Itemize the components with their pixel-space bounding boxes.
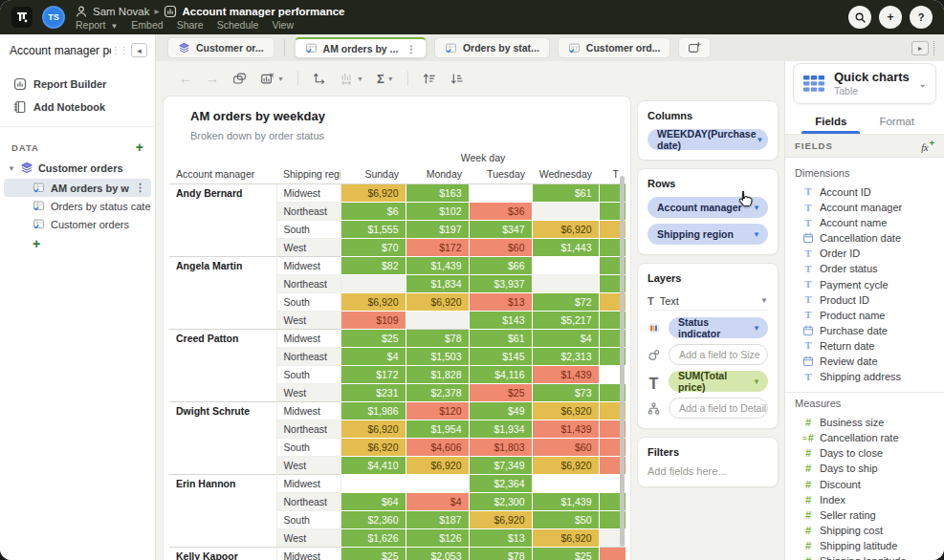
pivot-cell[interactable]: $1,503	[406, 347, 469, 365]
pivot-cell[interactable]: $120	[406, 401, 469, 420]
pivot-cell[interactable]: $143	[469, 311, 532, 329]
pivot-cell[interactable]: $145	[469, 347, 532, 365]
field-item-product-name[interactable]: TProduct name	[785, 308, 944, 323]
chart-subtitle[interactable]: Broken down by order status	[164, 123, 630, 150]
pivot-cell[interactable]: $1,828	[406, 365, 469, 383]
field-item-order-id[interactable]: TOrder ID	[785, 246, 944, 261]
column-header-sunday[interactable]: Sunday	[340, 165, 406, 183]
field-item-account-manager[interactable]: TAccount manager	[785, 200, 944, 215]
pivot-cell[interactable]: $6,920	[340, 438, 406, 456]
pivot-cell[interactable]: $6,920	[340, 183, 406, 202]
pivot-cell[interactable]: $60	[469, 238, 532, 256]
pivot-cell[interactable]: $25	[340, 329, 406, 347]
aggregate-sigma-button[interactable]: Σ▼	[377, 73, 394, 85]
pivot-cell[interactable]: $1,439	[532, 492, 599, 510]
pivot-cell[interactable]: $347	[469, 220, 532, 238]
duplicate-chart-button[interactable]	[232, 72, 247, 86]
row-header-region[interactable]: South	[276, 510, 340, 528]
pivot-cell[interactable]: $1,834	[406, 274, 469, 292]
pivot-cell[interactable]	[532, 474, 599, 492]
pivot-cell[interactable]: $36	[469, 202, 532, 220]
columns-field-pill[interactable]: WEEKDAY(Purchase date)▼	[648, 129, 768, 150]
field-item-seller-rating[interactable]: #Seller rating	[785, 507, 944, 523]
pivot-cell[interactable]: $61	[469, 329, 532, 347]
column-header-shipping-region[interactable]: Shipping region	[276, 165, 340, 183]
column-header-wednesday[interactable]: Wednesday	[532, 165, 599, 183]
swap-axes-button[interactable]	[312, 72, 326, 86]
pivot-cell[interactable]: $6,920	[532, 220, 599, 238]
pivot-cell[interactable]: $187	[406, 510, 469, 528]
pivot-cell[interactable]: $2,053	[406, 547, 469, 560]
row-header-region[interactable]: West	[276, 238, 340, 256]
tab-am-orders-by-[interactable]: AM orders by ...⋮	[295, 37, 427, 58]
tab-customer-or-[interactable]: Customer or...	[167, 37, 274, 58]
row-header-manager[interactable]: Dwight Schrute	[169, 401, 276, 474]
pivot-cell[interactable]: $13	[469, 292, 532, 311]
pivot-cell[interactable]: $60	[532, 438, 599, 456]
app-logo-icon[interactable]	[11, 7, 33, 28]
chevron-down-icon[interactable]: ▼	[357, 75, 363, 82]
pivot-cell[interactable]: $4,116	[469, 365, 532, 383]
column-header-account-manager[interactable]: Account manager	[169, 165, 276, 183]
pivot-cell[interactable]	[340, 474, 406, 492]
pivot-cell[interactable]: $3,937	[469, 274, 532, 292]
chevron-down-icon[interactable]: ▼	[753, 230, 760, 239]
pivot-cell[interactable]: $172	[406, 238, 469, 256]
row-header-region[interactable]: Northeast	[276, 492, 340, 510]
pivot-cell-clipped[interactable]	[599, 547, 626, 560]
layer-type-select[interactable]: T Text ▼	[648, 291, 768, 311]
field-item-return-date[interactable]: TReturn date	[785, 338, 944, 354]
field-item-shipping-address[interactable]: TShipping address	[785, 369, 944, 384]
field-item-shipping-longitude[interactable]: #Shipping longitude	[785, 553, 944, 560]
sort-ascending-button[interactable]	[422, 72, 436, 86]
tree-root-customer-orders[interactable]: ▼ Customer orders	[0, 158, 155, 179]
pivot-cell[interactable]: $172	[340, 365, 406, 383]
help-button[interactable]: ?	[910, 6, 933, 29]
pivot-cell[interactable]: $6,920	[406, 292, 469, 311]
filters-dropzone[interactable]: Add fields here...	[648, 465, 768, 477]
row-header-manager[interactable]: Angela Martin	[169, 256, 276, 329]
tab-fields[interactable]: Fields	[815, 116, 846, 134]
table-scrollbar[interactable]	[620, 176, 625, 547]
row-header-region[interactable]: West	[276, 528, 340, 547]
row-field-pill-shipping-region[interactable]: Shipping region▼	[648, 224, 768, 245]
row-header-region[interactable]: Northeast	[276, 274, 340, 292]
field-item-shipping-cost[interactable]: #Shipping cost	[785, 523, 944, 538]
pivot-cell[interactable]: $1,803	[469, 438, 532, 456]
pivot-cell[interactable]: $73	[532, 383, 599, 401]
tree-item-am-orders-by-weekday[interactable]: AM orders by weekday⋮	[4, 179, 151, 197]
pivot-cell[interactable]: $4,410	[340, 456, 406, 474]
column-header-tuesday[interactable]: Tuesday	[469, 165, 532, 183]
pivot-cell[interactable]: $78	[469, 547, 532, 560]
drag-handle-icon[interactable]: ⋮⋮	[111, 45, 128, 55]
row-header-region[interactable]: Midwest	[276, 474, 340, 492]
pivot-cell[interactable]: $109	[340, 311, 406, 329]
size-field-input[interactable]: Add a field to Size	[669, 344, 768, 365]
item-menu-icon[interactable]: ⋮	[135, 182, 151, 194]
tab-menu-icon[interactable]: ⋮	[406, 43, 416, 54]
pivot-cell[interactable]: $4	[340, 347, 406, 365]
pivot-cell[interactable]: $1,626	[340, 528, 406, 547]
pivot-cell[interactable]: $6,920	[406, 456, 469, 474]
pivot-cell[interactable]: $2,360	[340, 510, 406, 528]
pivot-cell[interactable]: $6,920	[340, 292, 406, 311]
pivot-cell[interactable]: $4	[406, 492, 469, 510]
pivot-cell[interactable]: $72	[532, 292, 599, 311]
pivot-cell[interactable]: $1,954	[406, 420, 469, 438]
field-item-review-date[interactable]: Review date	[785, 354, 944, 369]
row-header-region[interactable]: South	[276, 438, 340, 456]
tab-customer-ord-[interactable]: Customer ord...	[558, 37, 671, 58]
pivot-cell[interactable]: $163	[406, 183, 469, 202]
pivot-cell[interactable]: $4	[532, 329, 599, 347]
add-button[interactable]: +	[879, 6, 902, 29]
column-header-monday[interactable]: Monday	[406, 165, 469, 183]
row-header-manager[interactable]: Kelly Kapoor	[169, 547, 276, 560]
avatar[interactable]: TS	[42, 6, 65, 29]
pivot-cell[interactable]: $1,555	[340, 220, 406, 238]
pivot-cell[interactable]: $50	[532, 510, 599, 528]
row-header-region[interactable]: Midwest	[276, 401, 340, 420]
menu-item-view[interactable]: View	[272, 19, 294, 31]
field-item-purchase-date[interactable]: Purchase date	[785, 323, 944, 338]
field-item-cancellation-rate[interactable]: =#Cancellation rate	[785, 430, 944, 445]
expand-panel-button[interactable]: ▸	[911, 41, 934, 55]
